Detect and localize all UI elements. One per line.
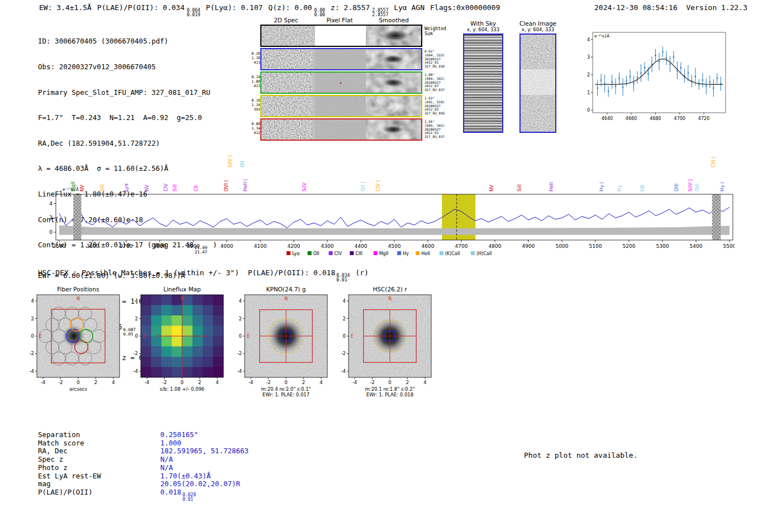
- emission-line-label: NV: [144, 185, 150, 191]
- svg-text:-4: -4: [249, 380, 253, 385]
- fiber-positions-panel: Fiber PositionsNE-4-4-2-2002244arcsecs: [19, 286, 123, 400]
- svg-text:0: 0: [77, 380, 79, 385]
- spec2d-row-1: 0.28 1.38 4130.62" (604, 333) 20200327 v…: [260, 48, 422, 70]
- svg-text:4660: 4660: [626, 116, 637, 121]
- svg-text:4: 4: [135, 298, 138, 304]
- data-point: [669, 64, 671, 65]
- legend-label: Hγ: [403, 251, 409, 256]
- spec2d-row-right-label: 1.00" (604, 342) 20200327 v012_07 327_RU…: [425, 73, 451, 92]
- compass-east: E: [351, 334, 354, 339]
- emission-line-label: OIII: [674, 184, 679, 191]
- spec2d-row-4: 0.08 1.34 4121.56" (604, 342) 20200327 v…: [260, 118, 422, 141]
- lineflux-cell: [193, 305, 203, 316]
- emission-line-label: Hγ (: [719, 182, 725, 191]
- lineflux-cell: [172, 305, 183, 316]
- lineflux-cell: [161, 305, 172, 316]
- lineflux-cell: [203, 305, 213, 316]
- lineflux-cell: [213, 367, 224, 378]
- svg-text:2: 2: [587, 73, 590, 78]
- spec2d-row-images: [261, 119, 421, 140]
- svg-text:4500: 4500: [388, 243, 401, 249]
- data-point: [608, 91, 609, 93]
- lineflux-cell: [161, 347, 172, 357]
- header-timestamp: 2024-12-30 08:54:16 Version 1.22.3: [594, 3, 747, 12]
- match-row-0: Separation0.250165": [38, 431, 249, 439]
- legend-swatch: [308, 251, 312, 255]
- cutout-title: HSC(26.2) r: [373, 286, 407, 293]
- spec2d-row-left-label: 0.19 1.08 413: [247, 75, 260, 88]
- info-line-primary-spec: Primary Spec_Slot_IFU_AMP: 327_081_017_R…: [38, 88, 217, 97]
- lineflux-svg: Lineflux MapNE-4-4-2-2002244s/b: 1.08 +/…: [123, 286, 227, 397]
- match-row-label: mag: [38, 480, 160, 488]
- lineflux-cell: [193, 315, 203, 326]
- catalog-match-table: Separation0.250165"Match score1.000RA, D…: [38, 431, 249, 502]
- svg-text:2: 2: [239, 316, 242, 322]
- lineflux-cell: [213, 326, 224, 337]
- legend-swatch: [374, 251, 378, 255]
- info-line-obs: Obs: 20200327v012_3006670405: [38, 63, 217, 71]
- svg-text:4: 4: [216, 380, 218, 385]
- cutout-title: KPNO(24.7) g: [266, 286, 306, 293]
- sky-noise-overlay: [464, 35, 502, 132]
- match-row-label: Est LyA rest-EW: [38, 472, 160, 481]
- cutout-caption: s/b: 1.08 +/- 0.096: [160, 386, 204, 392]
- svg-text:4400: 4400: [355, 243, 368, 249]
- legend-swatch: [471, 251, 475, 255]
- lineflux-cell: [172, 367, 183, 378]
- spec2d-row-left-label: 0.18 1.16 393: [247, 98, 260, 112]
- data-point: [673, 56, 675, 58]
- emission-line-label: CIII (: [711, 157, 716, 167]
- svg-text:2: 2: [198, 380, 201, 385]
- svg-text:4: 4: [31, 298, 34, 304]
- spec2d-title-smoothed: Smoothed: [368, 17, 420, 23]
- lineflux-cell: [193, 295, 203, 305]
- compass-east: E: [247, 334, 250, 339]
- svg-text:0: 0: [31, 333, 34, 339]
- lineflux-cell: [141, 315, 151, 326]
- svg-text:5000: 5000: [556, 243, 569, 249]
- legend-swatch: [440, 251, 444, 255]
- clean-image-panel: Clean Image x, y: 604, 333: [517, 20, 559, 133]
- match-row-2: RA, Dec182.591965, 51.728663: [38, 447, 249, 456]
- cutout-title: Lineflux Map: [164, 286, 201, 293]
- data-point: [600, 79, 602, 81]
- emission-line-label: CIV (: [375, 180, 381, 191]
- lineflux-cell: [141, 367, 151, 378]
- spec2d-row-left-label: 0.28 1.38 413: [247, 51, 260, 65]
- compass-north: N: [388, 296, 392, 301]
- report-version: Version 1.22.3: [686, 3, 747, 12]
- svg-text:2: 2: [406, 380, 409, 385]
- data-point: [637, 76, 638, 78]
- svg-text:3600: 3600: [87, 243, 99, 249]
- lineflux-cell: [161, 357, 172, 367]
- legend-label: (H)CaII: [476, 251, 492, 256]
- lineflux-cell: [213, 336, 224, 347]
- lineflux-cell: [182, 336, 193, 347]
- svg-text:-2: -2: [58, 380, 63, 385]
- emission-line-label: SiII: [99, 184, 105, 191]
- legend-label: OII: [313, 251, 320, 256]
- data-point: [622, 87, 624, 88]
- data-point: [626, 80, 627, 82]
- svg-text:5500: 5500: [723, 243, 735, 249]
- svg-text:-4: -4: [30, 368, 34, 374]
- legend-swatch: [287, 251, 290, 255]
- lineflux-cell: [161, 326, 172, 337]
- photz-note: Phot z plot not available.: [524, 451, 638, 459]
- data-point: [630, 76, 631, 78]
- match-row-4: Photo zN/A: [38, 464, 249, 472]
- emission-line-label: SiIV ]: [688, 179, 693, 191]
- with-sky-coords: x, y: 604, 333: [460, 27, 506, 32]
- lineflux-cell: [203, 336, 213, 347]
- plae-poii-bounds: 0.0640.019: [187, 8, 200, 18]
- data-point: [633, 83, 635, 84]
- data-point: [611, 81, 613, 83]
- match-row-7: P(LAE)/P(OII)0.0180.0280.01: [38, 488, 249, 502]
- lineflux-cell: [203, 347, 213, 357]
- legend-label: (K)CaII: [445, 251, 460, 256]
- svg-text:4: 4: [320, 380, 322, 385]
- line-fit-svg: 0123446404660468047004720e⁻¹⁷x2Å: [578, 28, 729, 124]
- spec2d-row-images: [261, 49, 421, 69]
- svg-text:4: 4: [423, 380, 426, 385]
- match-row-5: Est LyA rest-EW1.70(±0.43)Å: [38, 472, 249, 481]
